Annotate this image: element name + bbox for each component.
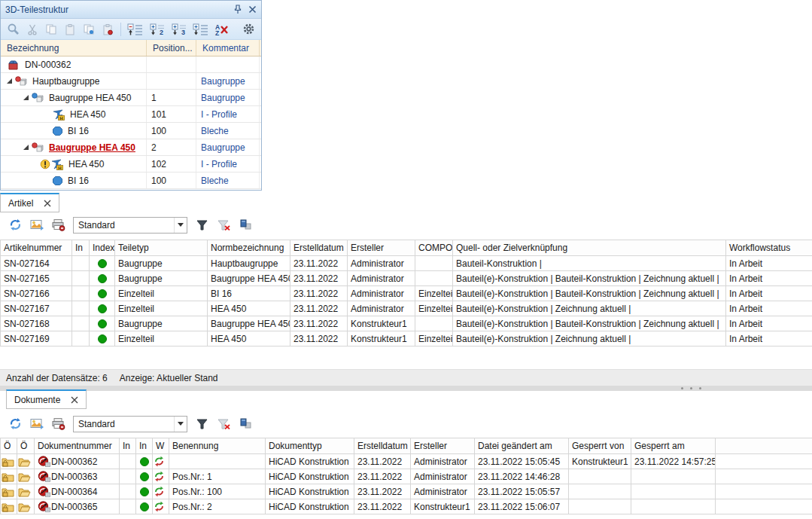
artikel-row[interactable]: SN-027168BaugruppeBaugruppe HEA 45023.11… bbox=[1, 316, 812, 331]
artikel-row[interactable]: SN-027165BaugruppeBaugruppe HEA 45023.11… bbox=[1, 271, 812, 286]
folder-lock-icon[interactable] bbox=[2, 472, 16, 482]
tree-column-header[interactable]: Position... bbox=[147, 40, 196, 56]
dokumente-column-header[interactable]: In bbox=[136, 438, 153, 454]
tree-expander-icon[interactable] bbox=[4, 78, 14, 84]
dokumente-column-header[interactable]: Datei geändert am bbox=[475, 438, 569, 454]
artikel-cell: BI 16 bbox=[208, 286, 290, 301]
dokumente-column-header[interactable]: Gesperrt von bbox=[569, 438, 631, 454]
cut-icon[interactable] bbox=[25, 22, 40, 37]
filter-icon[interactable] bbox=[194, 417, 209, 432]
artikel-row[interactable]: SN-027166EinzelteilBI 1623.11.2022Admini… bbox=[1, 286, 812, 301]
tree-row[interactable]: Baugruppe HEA 4501Baugruppe bbox=[1, 90, 261, 106]
tree-row[interactable]: Baugruppe HEA 4502Baugruppe bbox=[1, 139, 261, 156]
expand-all-icon[interactable] bbox=[192, 22, 210, 37]
dokumente-column-header[interactable]: Benennung bbox=[169, 438, 266, 454]
artikel-column-header[interactable]: In bbox=[72, 240, 90, 256]
dokumente-cell: 23.11.2022 bbox=[354, 484, 411, 499]
dokumente-column-header[interactable]: Ö bbox=[1, 438, 17, 454]
tree-expander-icon[interactable] bbox=[20, 94, 31, 101]
tab-close-icon[interactable] bbox=[71, 396, 78, 404]
artikel-column-header[interactable]: Normbezeichnung bbox=[208, 240, 290, 256]
folder-lock-icon[interactable] bbox=[2, 502, 16, 512]
folder-open-icon[interactable] bbox=[18, 502, 33, 512]
artikel-column-header[interactable]: Workflowstatus bbox=[726, 240, 812, 256]
clear-filter-icon[interactable] bbox=[216, 218, 231, 233]
settings-icon[interactable] bbox=[241, 22, 256, 37]
tree-column-header[interactable]: Kommentar bbox=[196, 40, 260, 56]
dokumente-column-header[interactable] bbox=[716, 438, 812, 454]
pin-icon[interactable] bbox=[233, 5, 242, 14]
dokumente-row[interactable]: DN-000364Pos.Nr.: 100HiCAD Konstruktion2… bbox=[1, 484, 812, 499]
filter-icon[interactable] bbox=[194, 218, 209, 233]
copy-icon[interactable] bbox=[44, 22, 59, 37]
tree-column-header[interactable]: Bezeichnung bbox=[1, 40, 147, 56]
artikel-column-header[interactable]: Quell- oder Zielverknüpfung bbox=[453, 240, 726, 256]
dokumente-column-header[interactable]: Erstelldatum bbox=[354, 438, 411, 454]
artikel-column-header[interactable]: Erstelldatum bbox=[290, 240, 348, 256]
folder-lock-icon[interactable] bbox=[2, 487, 16, 497]
collapse-all-icon[interactable] bbox=[126, 22, 144, 37]
result-list-icon[interactable] bbox=[29, 417, 44, 432]
artikel-column-header[interactable]: Ersteller bbox=[348, 240, 415, 256]
refresh-icon[interactable] bbox=[8, 218, 23, 233]
dokumente-column-header[interactable]: Ö bbox=[17, 438, 35, 454]
close-icon[interactable] bbox=[248, 5, 257, 14]
index-status-dot-icon bbox=[98, 289, 107, 298]
search-icon[interactable] bbox=[6, 22, 21, 37]
dokumente-column-header[interactable]: Dokumentnummer bbox=[35, 438, 120, 454]
clear-filter-icon[interactable] bbox=[216, 417, 231, 432]
expand-level-2-icon[interactable]: 2 bbox=[148, 22, 166, 37]
index-status-dot-icon bbox=[98, 304, 107, 313]
dokumente-cell bbox=[569, 484, 631, 499]
artikel-row[interactable]: SN-027169EinzelteilHEA 45023.11.2022Kons… bbox=[1, 331, 812, 347]
artikel-column-header[interactable]: COMPOI bbox=[415, 240, 453, 256]
dokumente-table: ÖÖDokumentnummerInInWBenennungDokumentty… bbox=[0, 438, 812, 514]
paste-contents-icon[interactable] bbox=[100, 22, 115, 37]
tab-artikel[interactable]: Artikel bbox=[0, 193, 59, 212]
paste-link-icon[interactable] bbox=[238, 218, 253, 233]
artikel-row[interactable]: SN-027164BaugruppeHauptbaugruppe23.11.20… bbox=[1, 256, 812, 271]
artikel-column-header[interactable]: Teiletyp bbox=[115, 240, 208, 256]
tree-row[interactable]: BI 16100Bleche bbox=[1, 172, 261, 189]
dokumente-cell bbox=[569, 499, 631, 514]
saved-search-combobox[interactable]: Standard bbox=[73, 217, 187, 234]
tab-dokumente[interactable]: Dokumente bbox=[6, 389, 87, 409]
result-list-icon[interactable] bbox=[29, 218, 44, 233]
tree-row[interactable]: HHEA 450101I - Profile bbox=[1, 106, 261, 123]
dokumente-row[interactable]: DN-000363Pos.Nr.: 1HiCAD Konstruktion23.… bbox=[1, 469, 812, 484]
expand-level-3-icon[interactable]: 3 bbox=[170, 22, 188, 37]
folder-lock-icon[interactable] bbox=[2, 456, 16, 467]
dokumente-row[interactable]: DN-000362HiCAD Konstruktion23.11.2022Adm… bbox=[1, 454, 812, 469]
refresh-icon[interactable] bbox=[8, 417, 23, 432]
tree-row[interactable]: DN-000362 bbox=[1, 56, 261, 73]
dokumente-column-header[interactable]: In bbox=[120, 438, 136, 454]
paste-icon[interactable] bbox=[62, 22, 78, 37]
index-status-dot-icon bbox=[140, 487, 149, 496]
print-icon[interactable] bbox=[51, 417, 66, 432]
paste-link-icon[interactable] bbox=[238, 417, 253, 432]
tree-expander-icon[interactable] bbox=[20, 144, 31, 151]
dokumente-column-header[interactable]: Ersteller bbox=[411, 438, 475, 454]
print-icon[interactable] bbox=[51, 218, 66, 233]
tab-close-icon[interactable] bbox=[44, 200, 51, 207]
panel-splitter[interactable] bbox=[0, 386, 812, 391]
folder-open-icon[interactable] bbox=[18, 487, 33, 497]
saved-search-combobox[interactable]: Standard bbox=[73, 416, 187, 432]
tree-row[interactable]: HHEA 450102I - Profile bbox=[1, 156, 261, 172]
dokumente-column-header[interactable]: W bbox=[153, 438, 169, 454]
tree-row[interactable]: HauptbaugruppeBaugruppe bbox=[1, 73, 261, 90]
folder-open-icon[interactable] bbox=[18, 456, 33, 467]
copy-contents-icon[interactable] bbox=[81, 22, 96, 37]
folder-open-icon[interactable] bbox=[18, 472, 33, 482]
artikel-column-header[interactable]: Indexa bbox=[90, 240, 115, 256]
artikel-column-header[interactable]: Artikelnummer bbox=[1, 240, 72, 256]
artikel-row[interactable]: SN-027167EinzelteilHEA 45023.11.2022Admi… bbox=[1, 301, 812, 316]
tree-row[interactable]: BI 16100Bleche bbox=[1, 123, 261, 139]
artikel-cell bbox=[72, 256, 90, 271]
remove-sorting-icon[interactable]: AZ bbox=[214, 22, 229, 37]
dokumente-row[interactable]: DN-000365Pos.Nr.: 2HiCAD Konstruktion23.… bbox=[1, 499, 812, 514]
dokumente-column-header[interactable]: Dokumenttyp bbox=[266, 438, 354, 454]
combobox-dropdown-arrow-icon[interactable] bbox=[174, 218, 187, 233]
combobox-dropdown-arrow-icon[interactable] bbox=[174, 417, 187, 432]
dokumente-column-header[interactable]: Gesperrt am bbox=[631, 438, 716, 454]
